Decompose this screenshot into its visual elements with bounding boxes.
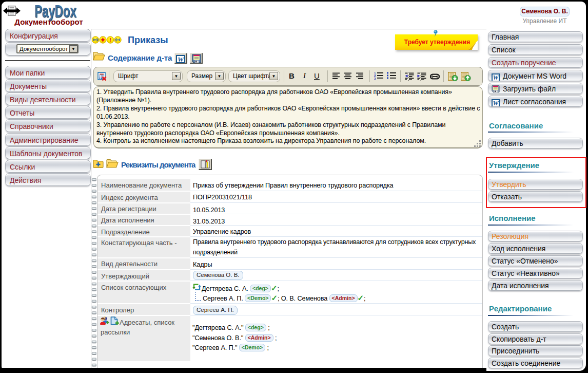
svg-text:3: 3 xyxy=(374,77,376,80)
svg-text:!: ! xyxy=(109,37,111,43)
